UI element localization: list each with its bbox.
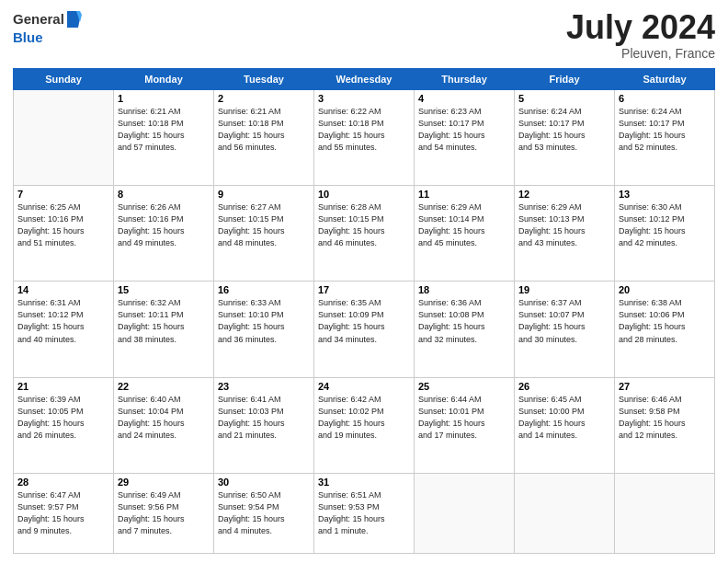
- day-number: 4: [418, 93, 510, 104]
- calendar-cell: 5Sunrise: 6:24 AMSunset: 10:17 PMDayligh…: [515, 89, 615, 185]
- calendar-cell: 1Sunrise: 6:21 AMSunset: 10:18 PMDayligh…: [114, 89, 214, 185]
- day-number: 21: [17, 381, 109, 392]
- calendar-cell: 29Sunrise: 6:49 AMSunset: 9:56 PMDayligh…: [114, 474, 214, 554]
- calendar-cell: 18Sunrise: 6:36 AMSunset: 10:08 PMDaylig…: [415, 282, 515, 377]
- week-row-2: 14Sunrise: 6:31 AMSunset: 10:12 PMDaylig…: [14, 282, 715, 377]
- logo-blue: Blue: [13, 29, 43, 45]
- calendar-cell: 4Sunrise: 6:23 AMSunset: 10:17 PMDayligh…: [415, 89, 515, 185]
- day-info: Sunrise: 6:33 AMSunset: 10:10 PMDaylight…: [218, 297, 310, 345]
- calendar-cell: 27Sunrise: 6:46 AMSunset: 9:58 PMDayligh…: [615, 377, 715, 473]
- calendar-cell: 24Sunrise: 6:42 AMSunset: 10:02 PMDaylig…: [314, 377, 415, 473]
- calendar-cell: 25Sunrise: 6:44 AMSunset: 10:01 PMDaylig…: [415, 377, 515, 473]
- day-info: Sunrise: 6:26 AMSunset: 10:16 PMDaylight…: [118, 201, 210, 249]
- calendar-cell: [14, 89, 114, 185]
- day-number: 6: [619, 93, 711, 104]
- calendar-cell: 22Sunrise: 6:40 AMSunset: 10:04 PMDaylig…: [114, 377, 214, 473]
- calendar-cell: 15Sunrise: 6:32 AMSunset: 10:11 PMDaylig…: [114, 282, 214, 377]
- day-info: Sunrise: 6:31 AMSunset: 10:12 PMDaylight…: [17, 297, 109, 345]
- day-info: Sunrise: 6:28 AMSunset: 10:15 PMDaylight…: [318, 201, 410, 249]
- day-number: 15: [118, 284, 210, 295]
- calendar-cell: [615, 474, 715, 554]
- day-number: 16: [218, 284, 310, 295]
- day-number: 17: [318, 284, 410, 295]
- title-block: July 2024 Pleuven, France: [566, 9, 715, 61]
- calendar-cell: 12Sunrise: 6:29 AMSunset: 10:13 PMDaylig…: [515, 185, 615, 281]
- day-info: Sunrise: 6:24 AMSunset: 10:17 PMDaylight…: [518, 106, 610, 154]
- col-header-saturday: Saturday: [615, 68, 715, 89]
- logo-general: General: [13, 12, 64, 28]
- day-info: Sunrise: 6:21 AMSunset: 10:18 PMDaylight…: [118, 106, 210, 154]
- day-info: Sunrise: 6:51 AMSunset: 9:53 PMDaylight:…: [318, 489, 410, 537]
- header-row: SundayMondayTuesdayWednesdayThursdayFrid…: [14, 68, 715, 89]
- day-number: 19: [518, 284, 610, 295]
- day-number: 25: [418, 381, 510, 392]
- day-info: Sunrise: 6:49 AMSunset: 9:56 PMDaylight:…: [118, 489, 210, 537]
- calendar-cell: 9Sunrise: 6:27 AMSunset: 10:15 PMDayligh…: [214, 185, 314, 281]
- day-number: 28: [17, 477, 109, 488]
- day-info: Sunrise: 6:23 AMSunset: 10:17 PMDaylight…: [418, 106, 510, 154]
- day-number: 23: [218, 381, 310, 392]
- day-info: Sunrise: 6:24 AMSunset: 10:17 PMDaylight…: [619, 106, 711, 154]
- day-info: Sunrise: 6:44 AMSunset: 10:01 PMDaylight…: [418, 394, 510, 442]
- day-number: 10: [318, 189, 410, 200]
- calendar-cell: 30Sunrise: 6:50 AMSunset: 9:54 PMDayligh…: [214, 474, 314, 554]
- calendar-cell: 10Sunrise: 6:28 AMSunset: 10:15 PMDaylig…: [314, 185, 415, 281]
- col-header-friday: Friday: [515, 68, 615, 89]
- day-number: 13: [619, 189, 711, 200]
- calendar-cell: [415, 474, 515, 554]
- col-header-sunday: Sunday: [14, 68, 114, 89]
- calendar-cell: 7Sunrise: 6:25 AMSunset: 10:16 PMDayligh…: [14, 185, 114, 281]
- calendar-table: SundayMondayTuesdayWednesdayThursdayFrid…: [13, 68, 715, 554]
- calendar-cell: 14Sunrise: 6:31 AMSunset: 10:12 PMDaylig…: [14, 282, 114, 377]
- calendar-cell: 6Sunrise: 6:24 AMSunset: 10:17 PMDayligh…: [615, 89, 715, 185]
- day-number: 20: [619, 284, 711, 295]
- week-row-4: 28Sunrise: 6:47 AMSunset: 9:57 PMDayligh…: [14, 474, 715, 554]
- day-info: Sunrise: 6:35 AMSunset: 10:09 PMDaylight…: [318, 297, 410, 345]
- day-number: 7: [17, 189, 109, 200]
- calendar-cell: 13Sunrise: 6:30 AMSunset: 10:12 PMDaylig…: [615, 185, 715, 281]
- day-info: Sunrise: 6:27 AMSunset: 10:15 PMDaylight…: [218, 201, 310, 249]
- col-header-wednesday: Wednesday: [314, 68, 415, 89]
- day-number: 30: [218, 477, 310, 488]
- day-info: Sunrise: 6:25 AMSunset: 10:16 PMDaylight…: [17, 201, 109, 249]
- col-header-monday: Monday: [114, 68, 214, 89]
- day-number: 3: [318, 93, 410, 104]
- day-info: Sunrise: 6:41 AMSunset: 10:03 PMDaylight…: [218, 394, 310, 442]
- col-header-thursday: Thursday: [415, 68, 515, 89]
- week-row-3: 21Sunrise: 6:39 AMSunset: 10:05 PMDaylig…: [14, 377, 715, 473]
- calendar-cell: 3Sunrise: 6:22 AMSunset: 10:18 PMDayligh…: [314, 89, 415, 185]
- calendar-cell: 26Sunrise: 6:45 AMSunset: 10:00 PMDaylig…: [515, 377, 615, 473]
- day-number: 1: [118, 93, 210, 104]
- day-info: Sunrise: 6:47 AMSunset: 9:57 PMDaylight:…: [17, 489, 109, 537]
- day-number: 14: [17, 284, 109, 295]
- day-number: 5: [518, 93, 610, 104]
- day-info: Sunrise: 6:40 AMSunset: 10:04 PMDaylight…: [118, 394, 210, 442]
- week-row-1: 7Sunrise: 6:25 AMSunset: 10:16 PMDayligh…: [14, 185, 715, 281]
- day-info: Sunrise: 6:39 AMSunset: 10:05 PMDaylight…: [17, 394, 109, 442]
- calendar-cell: 19Sunrise: 6:37 AMSunset: 10:07 PMDaylig…: [515, 282, 615, 377]
- day-info: Sunrise: 6:46 AMSunset: 9:58 PMDaylight:…: [619, 394, 711, 442]
- day-info: Sunrise: 6:22 AMSunset: 10:18 PMDaylight…: [318, 106, 410, 154]
- logo: General Blue: [13, 9, 82, 46]
- day-info: Sunrise: 6:50 AMSunset: 9:54 PMDaylight:…: [218, 489, 310, 537]
- day-number: 22: [118, 381, 210, 392]
- calendar-cell: 31Sunrise: 6:51 AMSunset: 9:53 PMDayligh…: [314, 474, 415, 554]
- logo-icon: [65, 9, 82, 29]
- day-number: 11: [418, 189, 510, 200]
- day-info: Sunrise: 6:38 AMSunset: 10:06 PMDaylight…: [619, 297, 711, 345]
- day-info: Sunrise: 6:29 AMSunset: 10:13 PMDaylight…: [518, 201, 610, 249]
- day-number: 24: [318, 381, 410, 392]
- day-number: 9: [218, 189, 310, 200]
- day-number: 18: [418, 284, 510, 295]
- header: General Blue July 2024 Pleuven, France: [13, 9, 715, 61]
- calendar-cell: [515, 474, 615, 554]
- day-number: 2: [218, 93, 310, 104]
- day-info: Sunrise: 6:29 AMSunset: 10:14 PMDaylight…: [418, 201, 510, 249]
- calendar-cell: 20Sunrise: 6:38 AMSunset: 10:06 PMDaylig…: [615, 282, 715, 377]
- calendar-cell: 21Sunrise: 6:39 AMSunset: 10:05 PMDaylig…: [14, 377, 114, 473]
- calendar-cell: 11Sunrise: 6:29 AMSunset: 10:14 PMDaylig…: [415, 185, 515, 281]
- day-info: Sunrise: 6:36 AMSunset: 10:08 PMDaylight…: [418, 297, 510, 345]
- day-info: Sunrise: 6:32 AMSunset: 10:11 PMDaylight…: [118, 297, 210, 345]
- day-info: Sunrise: 6:42 AMSunset: 10:02 PMDaylight…: [318, 394, 410, 442]
- day-number: 29: [118, 477, 210, 488]
